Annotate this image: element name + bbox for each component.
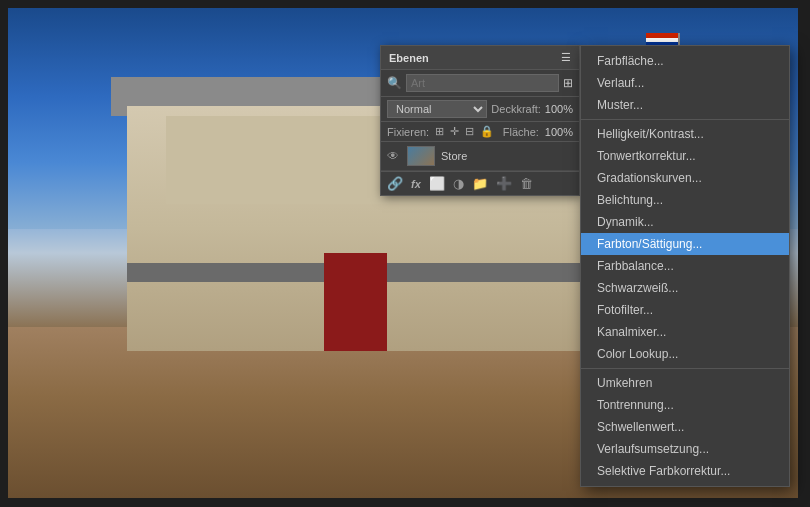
fix-label: Fixieren: (387, 126, 429, 138)
fill-label: Fläche: (503, 126, 539, 138)
menu-divider (581, 119, 789, 120)
menu-item-helligkeit[interactable]: Helligkeit/Kontrast... (581, 123, 789, 145)
menu-item-muster[interactable]: Muster... (581, 94, 789, 116)
panels-container: Ebenen ☰ 🔍 ⊞ Normal Deckkraft: 100% Fixi… (380, 45, 790, 487)
layers-footer: 🔗 fx ⬜ ◑ 📁 ➕ 🗑 (381, 171, 579, 195)
fix-row: Fixieren: ⊞ ✛ ⊟ 🔒 Fläche: 100% (381, 122, 579, 142)
canvas-area: Likely General Store Ebenen ☰ 🔍 ⊞ Normal… (0, 0, 810, 507)
opacity-value: 100% (545, 103, 573, 115)
menu-item-farbton[interactable]: Farbton/Sättigung... (581, 233, 789, 255)
new-layer-icon[interactable]: ➕ (496, 176, 512, 191)
menu-item-umkehren[interactable]: Umkehren (581, 372, 789, 394)
menu-item-belichtung[interactable]: Belichtung... (581, 189, 789, 211)
fix-position-icon[interactable]: ⊞ (435, 125, 444, 138)
layer-name: Store (441, 150, 467, 162)
menu-item-tonwert[interactable]: Tonwertkorrektur... (581, 145, 789, 167)
menu-item-fotofilter[interactable]: Fotofilter... (581, 299, 789, 321)
layers-search-row: 🔍 ⊞ (381, 70, 579, 97)
fix-move-icon[interactable]: ✛ (450, 125, 459, 138)
adjustment-dropdown-menu: Farbfläche...Verlauf...Muster...Helligke… (580, 45, 790, 487)
fix-artboard-icon[interactable]: ⊟ (465, 125, 474, 138)
blend-mode-select[interactable]: Normal (387, 100, 487, 118)
menu-item-tontrennung[interactable]: Tontrennung... (581, 394, 789, 416)
store-door (324, 253, 387, 351)
layer-visibility-icon[interactable]: 👁 (387, 149, 399, 163)
layers-panel-header: Ebenen ☰ (381, 46, 579, 70)
link-layers-icon[interactable]: 🔗 (387, 176, 403, 191)
layers-options-icon[interactable]: ⊞ (563, 76, 573, 90)
menu-item-dynamik[interactable]: Dynamik... (581, 211, 789, 233)
blend-mode-row: Normal Deckkraft: 100% (381, 97, 579, 122)
menu-item-selektiv[interactable]: Selektive Farbkorrektur... (581, 460, 789, 482)
add-effect-icon[interactable]: fx (411, 178, 421, 190)
menu-item-gradation[interactable]: Gradationskurven... (581, 167, 789, 189)
menu-divider (581, 368, 789, 369)
layer-thumbnail (407, 146, 435, 166)
menu-item-farbflaeche[interactable]: Farbfläche... (581, 50, 789, 72)
layers-panel: Ebenen ☰ 🔍 ⊞ Normal Deckkraft: 100% Fixi… (380, 45, 580, 196)
opacity-label: Deckkraft: (491, 103, 541, 115)
search-icon: 🔍 (387, 76, 402, 90)
layer-item[interactable]: 👁 Store (381, 142, 579, 171)
add-adjustment-icon[interactable]: ◑ (453, 176, 464, 191)
fill-value: 100% (545, 126, 573, 138)
layers-search-input[interactable] (406, 74, 559, 92)
menu-item-farbbalance[interactable]: Farbbalance... (581, 255, 789, 277)
menu-item-schwarzweiss[interactable]: Schwarzweiß... (581, 277, 789, 299)
new-group-icon[interactable]: 📁 (472, 176, 488, 191)
menu-item-kanalmixer[interactable]: Kanalmixer... (581, 321, 789, 343)
layers-panel-title: Ebenen (389, 52, 429, 64)
menu-item-verlauf[interactable]: Verlauf... (581, 72, 789, 94)
menu-item-verlaufsumsetzung[interactable]: Verlaufsumsetzung... (581, 438, 789, 460)
add-mask-icon[interactable]: ⬜ (429, 176, 445, 191)
menu-item-colorlookup[interactable]: Color Lookup... (581, 343, 789, 365)
delete-layer-icon[interactable]: 🗑 (520, 176, 533, 191)
fix-lock-icon[interactable]: 🔒 (480, 125, 494, 138)
layers-panel-menu-icon[interactable]: ☰ (561, 51, 571, 64)
menu-item-schwellenwert[interactable]: Schwellenwert... (581, 416, 789, 438)
